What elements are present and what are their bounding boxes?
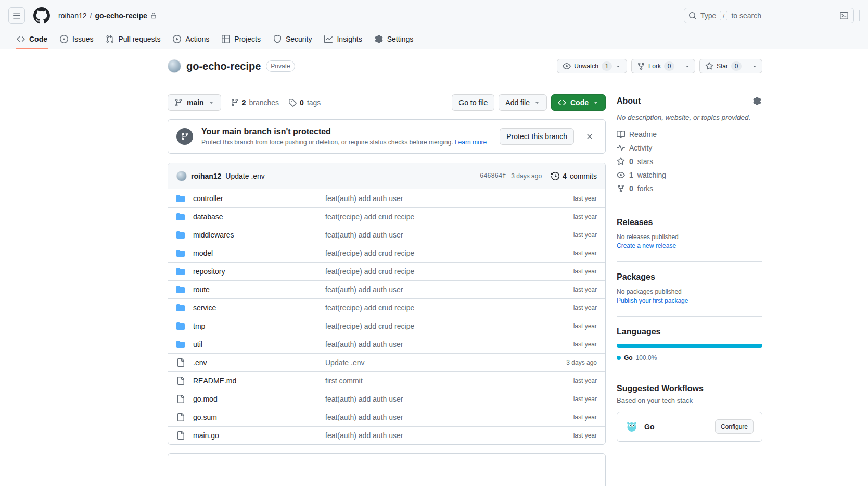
tags-count: 0 — [300, 98, 304, 107]
banner-close-button[interactable] — [582, 129, 597, 144]
file-icon — [176, 377, 185, 385]
row-commit-message-link[interactable]: feat(auth) add auth user — [325, 340, 531, 348]
commit-message-link[interactable]: Update .env — [225, 172, 265, 180]
code-dropdown-button[interactable]: Code — [551, 94, 606, 111]
file-name-link[interactable]: service — [193, 304, 317, 312]
row-commit-message-link[interactable]: feat(auth) add auth user — [325, 231, 531, 239]
tab-pull-requests[interactable]: Pull requests — [101, 29, 164, 49]
star-button[interactable]: Star 0 — [699, 59, 747, 73]
star-dropdown-button[interactable] — [747, 59, 762, 73]
file-icon — [176, 395, 185, 403]
language-legend-go[interactable]: Go 100.0% — [617, 354, 762, 362]
commit-history-link[interactable]: 4 commits — [551, 172, 597, 180]
table-row[interactable]: main.go feat(auth) add auth user last ye… — [168, 426, 605, 444]
table-row[interactable]: service feat(recipe) add crud recipe las… — [168, 298, 605, 317]
row-commit-message-link[interactable]: feat(auth) add auth user — [325, 194, 531, 203]
table-row[interactable]: go.sum feat(auth) add auth user last yea… — [168, 408, 605, 426]
about-settings-button[interactable] — [752, 96, 762, 106]
github-logo-icon[interactable] — [33, 7, 50, 24]
commit-author-link[interactable]: roihan12 — [191, 172, 221, 180]
branches-link[interactable]: 2 branches — [231, 98, 279, 107]
table-row[interactable]: database feat(recipe) add crud recipe la… — [168, 207, 605, 226]
language-bar[interactable] — [617, 344, 762, 348]
tab-security[interactable]: Security — [269, 29, 316, 49]
table-row[interactable]: route feat(auth) add auth user last year — [168, 280, 605, 298]
commit-hash-link[interactable]: 646864f — [480, 172, 506, 180]
workflow-name: Go — [644, 422, 654, 431]
create-release-link[interactable]: Create a new release — [617, 242, 676, 250]
global-search-input[interactable]: Type / to search — [684, 8, 854, 23]
file-name-link[interactable]: model — [193, 249, 317, 257]
table-row[interactable]: util feat(auth) add auth user last year — [168, 335, 605, 353]
learn-more-link[interactable]: Learn more — [455, 139, 487, 146]
folder-icon — [176, 231, 185, 239]
add-file-button[interactable]: Add file — [499, 94, 547, 111]
file-name-link[interactable]: go.sum — [193, 413, 317, 421]
tab-code[interactable]: Code — [12, 29, 52, 49]
file-name-link[interactable]: go.mod — [193, 395, 317, 403]
tab-insights[interactable]: Insights — [320, 29, 366, 49]
file-name-link[interactable]: route — [193, 285, 317, 294]
row-commit-message-link[interactable]: feat(auth) add auth user — [325, 413, 531, 421]
folder-icon — [176, 304, 185, 312]
table-row[interactable]: tmp feat(recipe) add crud recipe last ye… — [168, 317, 605, 335]
command-palette-button[interactable] — [834, 8, 853, 23]
file-name-link[interactable]: controller — [193, 194, 317, 203]
file-name-link[interactable]: README.md — [193, 377, 317, 385]
about-stars-link[interactable]: 0 stars — [617, 155, 762, 168]
table-row[interactable]: middlewares feat(auth) add auth user las… — [168, 226, 605, 244]
tag-icon — [288, 98, 297, 107]
row-commit-message-link[interactable]: feat(recipe) add crud recipe — [325, 213, 531, 221]
file-name-link[interactable]: database — [193, 213, 317, 221]
about-item-label: forks — [637, 184, 653, 193]
row-commit-message-link[interactable]: feat(auth) add auth user — [325, 431, 531, 440]
breadcrumb-owner-link[interactable]: roihan12 — [58, 11, 87, 20]
unwatch-button[interactable]: Unwatch 1 — [557, 59, 627, 73]
breadcrumb: roihan12 / go-echo-recipe — [58, 11, 157, 20]
breadcrumb-repo-link[interactable]: go-echo-recipe — [95, 11, 147, 20]
row-commit-message-link[interactable]: Update .env — [325, 358, 531, 367]
row-commit-message-link[interactable]: feat(auth) add auth user — [325, 395, 531, 403]
file-name-link[interactable]: middlewares — [193, 231, 317, 239]
row-commit-message-link[interactable]: feat(recipe) add crud recipe — [325, 322, 531, 330]
row-commit-message-link[interactable]: first commit — [325, 377, 531, 385]
sidebar-divider — [617, 373, 762, 373]
row-commit-message-link[interactable]: feat(recipe) add crud recipe — [325, 304, 531, 312]
row-commit-message-link[interactable]: feat(recipe) add crud recipe — [325, 267, 531, 276]
file-name-link[interactable]: util — [193, 340, 317, 348]
tab-issues[interactable]: Issues — [56, 29, 97, 49]
table-row[interactable]: go.mod feat(auth) add auth user last yea… — [168, 390, 605, 408]
go-to-file-button[interactable]: Go to file — [452, 94, 494, 111]
table-row[interactable]: controller feat(auth) add auth user last… — [168, 189, 605, 207]
table-row[interactable]: .env Update .env 3 days ago — [168, 353, 605, 371]
about-forks-link[interactable]: 0 forks — [617, 182, 762, 195]
tags-link[interactable]: 0 tags — [288, 98, 321, 107]
file-name-link[interactable]: main.go — [193, 431, 317, 440]
tab-actions[interactable]: Actions — [169, 29, 213, 49]
file-name-link[interactable]: .env — [193, 358, 317, 367]
table-row[interactable]: README.md first commit last year — [168, 371, 605, 390]
row-commit-message-link[interactable]: feat(auth) add auth user — [325, 285, 531, 294]
code-icon — [17, 35, 25, 43]
file-name-link[interactable]: tmp — [193, 322, 317, 330]
publish-package-link[interactable]: Publish your first package — [617, 297, 688, 304]
tab-settings[interactable]: Settings — [371, 29, 418, 49]
fork-dropdown-button[interactable] — [680, 59, 695, 73]
hamburger-menu-button[interactable] — [8, 7, 25, 24]
repo-owner-avatar[interactable] — [168, 59, 181, 73]
configure-workflow-button[interactable]: Configure — [715, 419, 754, 434]
about-watching-link[interactable]: 1 watching — [617, 168, 762, 182]
tab-projects[interactable]: Projects — [218, 29, 265, 49]
about-readme-link[interactable]: Readme — [617, 128, 762, 141]
fork-button[interactable]: Fork 0 — [631, 59, 680, 73]
page-title[interactable]: go-echo-recipe — [186, 60, 261, 72]
commit-author-avatar[interactable] — [176, 171, 187, 181]
row-commit-message-link[interactable]: feat(recipe) add crud recipe — [325, 249, 531, 257]
branch-selector-button[interactable]: main — [168, 94, 221, 111]
file-name-link[interactable]: repository — [193, 267, 317, 276]
protect-branch-button[interactable]: Protect this branch — [500, 128, 574, 145]
table-row[interactable]: model feat(recipe) add crud recipe last … — [168, 244, 605, 262]
row-commit-date: last year — [540, 377, 597, 384]
table-row[interactable]: repository feat(recipe) add crud recipe … — [168, 262, 605, 280]
about-activity-link[interactable]: Activity — [617, 141, 762, 155]
